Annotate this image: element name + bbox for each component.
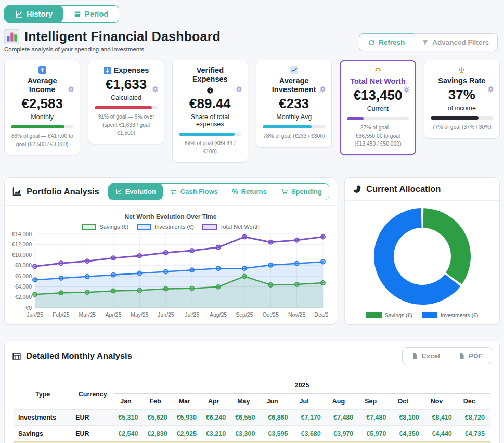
legend-label: Savings (€) bbox=[385, 312, 412, 318]
tab-history-label: History bbox=[27, 10, 53, 18]
tab-returns[interactable]: % Returns bbox=[225, 184, 274, 200]
kpi-title-text: Total Net Worth bbox=[350, 77, 406, 86]
swap-arrows-icon bbox=[170, 188, 177, 196]
refresh-label: Refresh bbox=[379, 38, 405, 46]
page-header: Intelligent Financial Dashboard Complete… bbox=[4, 29, 500, 53]
up-arrow-icon bbox=[38, 66, 46, 74]
page-title: Intelligent Financial Dashboard bbox=[24, 29, 221, 44]
kpi-card-verified-expenses: Verified Expenses €89.44 Share of total … bbox=[172, 60, 248, 163]
kpi-title-text: Average Investement bbox=[265, 76, 322, 94]
month-header: Jun bbox=[260, 394, 293, 410]
type-cell: Investments bbox=[14, 410, 71, 426]
gear-icon[interactable] bbox=[235, 85, 243, 93]
legend-swatch bbox=[137, 224, 151, 230]
kpi-title: Savings Rate bbox=[429, 66, 495, 85]
kpi-title: Verified Expenses bbox=[177, 66, 243, 94]
year-header: 2025 bbox=[114, 379, 490, 394]
currency-cell: EUR bbox=[71, 410, 114, 426]
balance-scale-icon bbox=[374, 67, 382, 74]
kpi-sublabel: of income bbox=[429, 105, 495, 112]
kpi-value: €89.44 bbox=[177, 96, 243, 112]
svg-text:Jan/25: Jan/25 bbox=[27, 311, 43, 318]
legend-swatch bbox=[422, 312, 437, 318]
kpi-goal-text: 78% of goal (€233 / €300) bbox=[261, 132, 327, 140]
kpi-title: Average Income bbox=[9, 66, 75, 94]
export-pdf-button[interactable]: PDF bbox=[449, 347, 492, 364]
kpi-sublabel: Share of total expenses bbox=[177, 113, 243, 128]
kpi-card-expenses: Expenses €1,633 Calculated 91% of goal —… bbox=[88, 60, 164, 144]
tab-history[interactable]: History bbox=[5, 6, 63, 22]
refresh-button[interactable]: Refresh bbox=[359, 33, 413, 51]
chart-line-icon bbox=[15, 10, 23, 18]
month-header: Oct bbox=[391, 394, 424, 410]
kpi-sublabel: Calculated bbox=[93, 94, 159, 101]
legend-item[interactable]: Savings (€) bbox=[82, 224, 128, 230]
dashboard-logo-icon bbox=[4, 29, 19, 44]
gear-icon[interactable] bbox=[151, 85, 159, 93]
dashboard-page: History Period Intelligent Financial Das… bbox=[0, 0, 504, 443]
donut-slice-savings-[interactable] bbox=[423, 208, 471, 284]
month-header: Sep bbox=[358, 394, 391, 410]
kpi-goal-text: 27% of goal — €36,550.00 to goal (€13,45… bbox=[345, 124, 410, 148]
chart-legend: Savings (€)Investments (€)Total Net Wort… bbox=[10, 224, 331, 230]
chart-increasing-icon bbox=[290, 66, 298, 74]
table-row: SavingsEUR€2,540€2,830€2,925€3,210€3,300… bbox=[14, 426, 490, 442]
kpi-title-text: Verified Expenses bbox=[182, 66, 239, 84]
tab-period[interactable]: Period bbox=[63, 6, 119, 22]
kpi-value: €2,583 bbox=[9, 96, 75, 112]
legend-item[interactable]: Total Net Worth bbox=[202, 224, 260, 230]
month-header: Dec bbox=[457, 394, 490, 410]
kpi-goal-text: 77% of goal (37% / 30%) bbox=[429, 123, 495, 131]
month-header: Nov bbox=[424, 394, 457, 410]
kpi-card-average-income: Average Income €2,583 Monthly 86% of goa… bbox=[4, 60, 80, 155]
progress-track bbox=[431, 116, 493, 120]
svg-text:€6,000: €6,000 bbox=[15, 273, 32, 279]
svg-text:Jun/25: Jun/25 bbox=[158, 311, 174, 318]
export-excel-button[interactable]: Excel bbox=[402, 347, 449, 364]
percent-icon: % bbox=[232, 188, 238, 196]
legend-item[interactable]: Savings (€) bbox=[366, 312, 412, 318]
svg-text:€14,000: €14,000 bbox=[12, 231, 32, 237]
calendar-icon bbox=[74, 10, 81, 18]
column-header-currency: Currency bbox=[71, 379, 114, 410]
month-header: Feb bbox=[143, 394, 172, 410]
gear-icon[interactable] bbox=[487, 85, 495, 93]
portfolio-tab-group: Evolution Cash Flows % Returns Spending bbox=[108, 183, 329, 200]
legend-label: Total Net Worth bbox=[220, 224, 260, 230]
net-worth-evolution-chart: €0€2,000€4,000€6,000€8,000€10,000€12,000… bbox=[10, 231, 328, 320]
value-cell: €8,100 bbox=[391, 410, 424, 426]
value-cell: €6,550 bbox=[231, 410, 260, 426]
value-cell: €4,735 bbox=[457, 426, 490, 442]
value-cell: €3,595 bbox=[260, 426, 293, 442]
month-header: Aug bbox=[326, 394, 359, 410]
kpi-title: Total Net Worth bbox=[345, 67, 410, 86]
allocation-legend: Savings (€)Investments (€) bbox=[350, 312, 494, 318]
svg-text:Jul/25: Jul/25 bbox=[185, 311, 199, 318]
month-header: Jul bbox=[293, 394, 326, 410]
month-header: Mar bbox=[173, 394, 202, 410]
tab-cash-flows[interactable]: Cash Flows bbox=[163, 184, 225, 200]
value-cell: €4,350 bbox=[391, 426, 424, 442]
value-cell: €7,480 bbox=[326, 410, 359, 426]
gear-icon[interactable] bbox=[403, 86, 410, 94]
kpi-goal-text: 89% of goal (€89.44 / €100) bbox=[177, 139, 243, 155]
svg-text:€8,000: €8,000 bbox=[15, 262, 32, 268]
svg-text:€12,000: €12,000 bbox=[12, 241, 32, 247]
header-buttons: Refresh Advanced Filters bbox=[359, 33, 498, 51]
table-icon bbox=[12, 351, 21, 361]
advanced-filters-button[interactable]: Advanced Filters bbox=[413, 33, 498, 51]
info-icon[interactable] bbox=[206, 87, 214, 94]
tab-evolution[interactable]: Evolution bbox=[109, 184, 163, 200]
current-allocation-title: Current Allocation bbox=[352, 184, 441, 194]
value-cell: €3,300 bbox=[231, 426, 260, 442]
gear-icon[interactable] bbox=[67, 85, 75, 93]
refresh-icon bbox=[368, 39, 375, 46]
legend-item[interactable]: Investments (€) bbox=[137, 224, 194, 230]
value-cell: €2,925 bbox=[173, 426, 202, 442]
advanced-filters-label: Advanced Filters bbox=[432, 38, 489, 46]
current-allocation-panel: Current Allocation Savings (€)Investment… bbox=[344, 177, 500, 325]
kpi-title-text: Average Income bbox=[14, 76, 71, 94]
gear-icon[interactable] bbox=[319, 85, 327, 93]
legend-item[interactable]: Investments (€) bbox=[422, 312, 478, 318]
tab-spending[interactable]: Spending bbox=[274, 184, 329, 200]
